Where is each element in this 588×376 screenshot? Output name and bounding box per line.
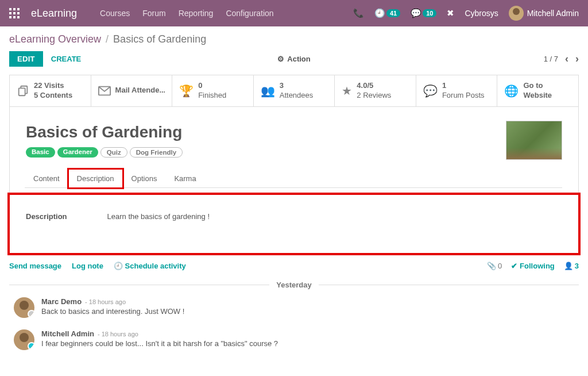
pager: 1 / 7 ‹ › — [544, 53, 579, 65]
record-body: Basics of Gardening Basic Gardener Quiz … — [10, 107, 578, 195]
description-panel: Description Learn the basics of gardenin… — [10, 195, 578, 253]
action-dropdown[interactable]: ⚙ Action — [277, 55, 310, 63]
edit-button[interactable]: EDIT — [9, 51, 43, 67]
messages-badge: 10 — [423, 9, 436, 17]
nav-links: Courses Forum Reporting Configuration — [100, 9, 274, 18]
svg-rect-1 — [19, 88, 25, 95]
attachments-count: 0 — [498, 262, 502, 270]
content-scroll[interactable]: 22 Visits5 Contents Mail Attende... 🏆 0F… — [0, 72, 588, 376]
stat-att-l: Attendees — [280, 91, 314, 101]
tag-quiz[interactable]: Quiz — [100, 147, 127, 158]
stat-visits-l1: 22 Visits — [34, 81, 72, 91]
send-message-button[interactable]: Send message — [9, 262, 61, 270]
breadcrumb-root[interactable]: eLearning Overview — [9, 33, 101, 45]
tab-content[interactable]: Content — [25, 169, 68, 187]
copy-icon — [17, 85, 29, 97]
create-button[interactable]: CREATE — [51, 55, 81, 63]
user-menu[interactable]: Mitchell Admin — [509, 6, 579, 21]
stat-finished-n: 0 — [198, 81, 226, 91]
stat-web-l2: Website — [523, 91, 552, 101]
stat-mail-label: Mail Attende... — [115, 86, 165, 95]
separator-label: Yesterday — [269, 281, 318, 289]
tab-options[interactable]: Options — [123, 169, 166, 187]
tag-gardener[interactable]: Gardener — [57, 147, 98, 158]
app-brand[interactable]: eLearning — [31, 7, 77, 20]
messages-icon[interactable]: 💬10 — [411, 8, 436, 18]
chatter-bar: Send message Log note 🕘 Schedule activit… — [0, 254, 588, 278]
stat-forum[interactable]: 💬 1Forum Posts — [416, 75, 498, 106]
message-author[interactable]: Mitchell Admin — [41, 329, 94, 338]
breadcrumb-sep: / — [106, 33, 109, 45]
activities-badge: 41 — [386, 9, 400, 17]
avatar-icon — [14, 297, 34, 318]
globe-icon: 🌐 — [504, 84, 519, 98]
description-label: Description — [26, 212, 67, 221]
check-icon: ✔ — [511, 262, 517, 270]
tools-icon[interactable]: ✖ — [447, 8, 454, 18]
record-tabs: Content Description Options Karma — [25, 169, 562, 188]
user-name: Mitchell Admin — [527, 9, 579, 18]
stat-attendees[interactable]: 👥 3Attendees — [254, 75, 335, 106]
action-label: Action — [287, 55, 310, 63]
avatar-icon — [14, 329, 34, 350]
tag-list: Basic Gardener Quiz Dog Friendly — [26, 147, 562, 158]
nav-reporting[interactable]: Reporting — [179, 9, 214, 18]
comment-icon: 💬 — [423, 84, 438, 98]
pager-next-icon[interactable]: › — [575, 53, 579, 65]
stat-visits[interactable]: 22 Visits5 Contents — [10, 75, 91, 106]
stat-finished-l: Finished — [198, 91, 226, 101]
nav-configuration[interactable]: Configuration — [226, 9, 273, 18]
chatter-separator: Yesterday — [9, 281, 579, 289]
message-body: Back to basics and interesting. Just WOW… — [41, 307, 184, 316]
stat-visits-l2: 5 Contents — [34, 91, 72, 101]
stat-rev-n: 4.0/5 — [357, 81, 391, 91]
star-icon: ★ — [342, 84, 352, 98]
followers-button[interactable]: 👤3 — [564, 262, 579, 270]
activities-icon[interactable]: 🕘41 — [374, 8, 400, 18]
message-time: - 18 hours ago — [98, 331, 138, 337]
clock-icon: 🕘 — [114, 262, 123, 270]
tag-dog-friendly[interactable]: Dog Friendly — [130, 147, 183, 158]
stat-forum-l: Forum Posts — [442, 91, 485, 101]
person-icon: 👤 — [564, 262, 573, 270]
stat-reviews[interactable]: ★ 4.0/52 Reviews — [335, 75, 416, 106]
breadcrumb-current: Basics of Gardening — [113, 33, 206, 45]
stat-bar: 22 Visits5 Contents Mail Attende... 🏆 0F… — [10, 75, 578, 107]
paperclip-icon: 📎 — [487, 262, 496, 270]
nav-courses[interactable]: Courses — [100, 9, 130, 18]
following-button[interactable]: ✔Following — [511, 262, 555, 270]
message-time: - 18 hours ago — [85, 298, 126, 305]
tab-description[interactable]: Description — [68, 169, 123, 188]
course-thumbnail[interactable] — [506, 121, 562, 160]
pager-text[interactable]: 1 / 7 — [544, 55, 558, 63]
followers-count: 3 — [575, 262, 579, 270]
stat-web-l1: Go to — [523, 81, 552, 91]
stat-finished[interactable]: 🏆 0Finished — [172, 75, 254, 106]
stat-forum-n: 1 — [442, 81, 485, 91]
description-value: Learn the basics of gardening ! — [107, 212, 210, 221]
gear-icon: ⚙ — [277, 55, 284, 63]
message-author[interactable]: Marc Demo — [41, 297, 82, 306]
stat-rev-l: 2 Reviews — [357, 91, 391, 101]
message-item: Marc Demo- 18 hours ago Back to basics a… — [0, 291, 588, 324]
pager-prev-icon[interactable]: ‹ — [565, 53, 568, 65]
tab-karma[interactable]: Karma — [165, 169, 204, 187]
schedule-activity-button[interactable]: 🕘 Schedule activity — [114, 262, 186, 270]
tag-basic[interactable]: Basic — [26, 147, 55, 158]
trophy-icon: 🏆 — [179, 84, 194, 98]
avatar-icon — [509, 6, 524, 21]
top-navbar: eLearning Courses Forum Reporting Config… — [0, 0, 588, 26]
record-title: Basics of Gardening — [26, 123, 562, 141]
company-switcher[interactable]: Cybrosys — [465, 9, 498, 18]
schedule-label: Schedule activity — [125, 262, 186, 270]
message-item: Mitchell Admin- 18 hours ago I fear begi… — [0, 324, 588, 356]
record-card: 22 Visits5 Contents Mail Attende... 🏆 0F… — [9, 75, 579, 254]
nav-forum[interactable]: Forum — [142, 9, 165, 18]
apps-icon[interactable] — [9, 8, 20, 18]
phone-icon[interactable]: 📞 — [353, 8, 364, 18]
attachments-button[interactable]: 📎0 — [487, 262, 502, 270]
breadcrumb: eLearning Overview / Basics of Gardening — [0, 26, 588, 48]
log-note-button[interactable]: Log note — [72, 262, 103, 270]
stat-mail[interactable]: Mail Attende... — [91, 75, 173, 106]
stat-website[interactable]: 🌐 Go toWebsite — [497, 75, 578, 106]
